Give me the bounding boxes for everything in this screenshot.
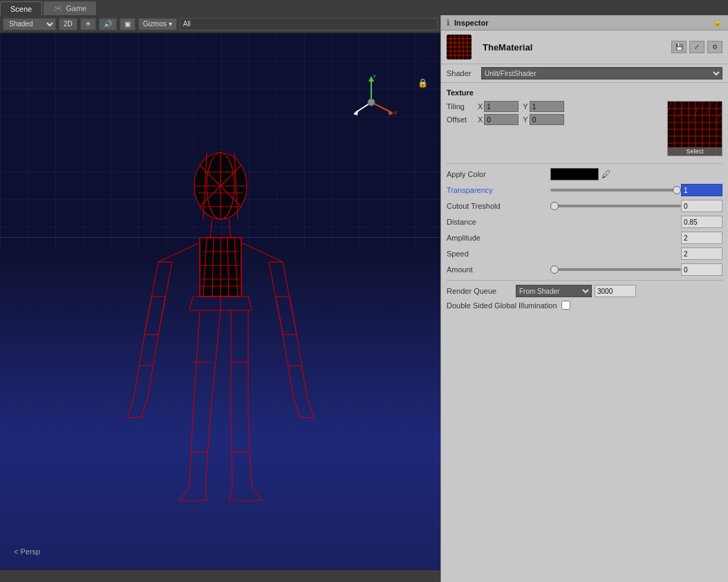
texture-thumbnail: Select: [667, 101, 722, 156]
svg-line-32: [127, 397, 134, 417]
transparency-slider[interactable]: [550, 189, 681, 191]
audio-button[interactable]: 🔊: [99, 18, 117, 30]
offset-y-input[interactable]: [530, 114, 564, 125]
double-sided-label: Double Sided Global Illumination: [447, 301, 557, 310]
render-queue-row: Render Queue From Shader Background Geom…: [447, 285, 722, 297]
inspector-tab: ℹ Inspector 🔒: [441, 15, 728, 30]
scene-panel: Shaded Wireframe 2D ☀ 🔊 ▣ Gizmos ▾: [0, 15, 440, 582]
inspector-panel: ℹ Inspector 🔒: [440, 15, 728, 582]
svg-line-46: [307, 397, 314, 417]
offset-x-input[interactable]: [484, 114, 519, 125]
svg-line-40: [276, 297, 283, 335]
cutout-slider[interactable]: [550, 205, 681, 207]
inspector-lock-button[interactable]: 🔒: [713, 18, 722, 27]
image-icon: ▣: [124, 20, 131, 28]
svg-line-48: [193, 310, 200, 417]
expand-button[interactable]: ⤢: [689, 41, 704, 53]
cutout-label: Cutout Treshold: [447, 202, 550, 210]
svg-text:X: X: [393, 110, 398, 116]
svg-line-55: [205, 487, 207, 500]
tiling-row: Tiling X Y: [447, 101, 662, 112]
offset-x-label: X: [478, 115, 483, 124]
transparency-label: Transparency: [447, 186, 550, 194]
speed-label: Speed: [447, 250, 550, 258]
distance-row: Distance: [447, 216, 722, 228]
amount-row: Amount: [447, 263, 722, 276]
amount-label: Amount: [447, 265, 550, 274]
speed-input[interactable]: [681, 247, 722, 260]
inspector-body: Texture Tiling X Y Offset X: [441, 83, 728, 582]
cutout-row: Cutout Treshold: [447, 200, 722, 212]
render-queue-value-input[interactable]: [595, 285, 636, 297]
double-sided-checkbox[interactable]: [561, 301, 570, 310]
tiling-x-input[interactable]: [484, 101, 519, 112]
svg-line-19: [189, 297, 193, 310]
image-button[interactable]: ▣: [120, 18, 136, 30]
color-swatch[interactable]: [550, 168, 599, 180]
tiling-label: Tiling: [447, 102, 478, 111]
texture-section-title: Texture: [447, 88, 722, 97]
svg-line-7: [229, 219, 231, 238]
svg-line-64: [252, 487, 262, 500]
svg-line-49: [210, 310, 221, 417]
svg-line-28: [158, 297, 165, 335]
amount-slider[interactable]: [550, 268, 681, 271]
shader-row: Shader Unlit/FirstShader Standard: [441, 64, 728, 83]
texture-section: Tiling X Y Offset X Y: [447, 101, 722, 156]
gizmo-widget: Y X: [344, 75, 399, 137]
tab-scene[interactable]: Scene: [0, 1, 42, 15]
sun-icon: ☀: [85, 20, 91, 28]
sun-button[interactable]: ☀: [80, 18, 96, 30]
offset-y-label: Y: [523, 115, 528, 124]
settings-button[interactable]: ⚙: [707, 41, 722, 53]
svg-line-63: [229, 487, 232, 500]
amplitude-label: Amplitude: [447, 234, 550, 242]
offset-row: Offset X Y: [447, 114, 662, 125]
distance-input[interactable]: [681, 216, 722, 228]
apply-color-label: Apply Color: [447, 170, 550, 178]
shading-mode-select[interactable]: Shaded Wireframe: [3, 18, 56, 30]
2d-button[interactable]: 2D: [59, 18, 77, 30]
tab-game[interactable]: 🎮 Game: [44, 1, 96, 15]
svg-point-86: [368, 99, 375, 106]
search-input[interactable]: [180, 18, 438, 30]
svg-line-41: [290, 297, 297, 335]
material-icon: [447, 35, 472, 59]
svg-marker-82: [388, 110, 393, 115]
transparency-row: Transparency: [447, 184, 722, 196]
game-tab-label: Game: [66, 4, 86, 12]
inspector-title: Inspector: [454, 19, 489, 27]
save-button[interactable]: 💾: [671, 41, 687, 53]
svg-text:Y: Y: [373, 75, 377, 79]
material-name: TheMaterial: [483, 42, 532, 53]
amplitude-input[interactable]: [681, 232, 722, 244]
tiling-y-input[interactable]: [530, 101, 564, 112]
audio-icon: 🔊: [104, 20, 112, 28]
scene-toolbar: Shaded Wireframe 2D ☀ 🔊 ▣ Gizmos ▾: [0, 15, 440, 33]
gizmos-button[interactable]: Gizmos ▾: [138, 18, 177, 30]
distance-label: Distance: [447, 218, 550, 226]
scene-tab-label: Scene: [10, 5, 32, 13]
svg-line-33: [141, 397, 148, 417]
shader-select[interactable]: Unlit/FirstShader Standard: [481, 67, 722, 79]
tiling-x-label: X: [478, 102, 483, 111]
amount-slider-container: [550, 268, 681, 271]
scene-viewport: Y X 🔒 < Persp: [0, 33, 440, 570]
tab-bar: Scene 🎮 Game: [0, 0, 728, 15]
amplitude-row: Amplitude: [447, 232, 722, 244]
2d-label: 2D: [64, 20, 73, 28]
texture-select-button[interactable]: Select: [668, 147, 722, 156]
chevron-down-icon: ▾: [169, 20, 172, 28]
cutout-input[interactable]: [681, 200, 722, 212]
tiling-y-label: Y: [523, 102, 528, 111]
gizmos-label: Gizmos: [143, 20, 167, 28]
svg-marker-85: [353, 110, 358, 115]
amount-input[interactable]: [681, 263, 722, 276]
transparency-input[interactable]: [681, 184, 722, 196]
svg-line-27: [144, 297, 151, 335]
svg-line-20: [248, 297, 252, 310]
render-queue-select[interactable]: From Shader Background Geometry AlphaTes…: [516, 285, 592, 297]
character-wireframe: [124, 148, 317, 528]
eyedropper-button[interactable]: 🖊: [601, 169, 611, 180]
speed-row: Speed: [447, 247, 722, 260]
